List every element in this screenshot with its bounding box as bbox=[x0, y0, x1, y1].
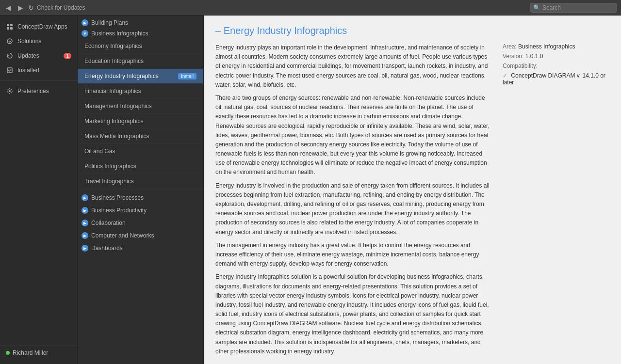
compat-label: Compatibility: bbox=[503, 63, 538, 69]
bullet-computer-networks: ▶ bbox=[82, 232, 88, 239]
cat-business-productivity-label: Business Productivity bbox=[91, 207, 147, 214]
content-body: Energy industry plays an important role … bbox=[215, 43, 609, 360]
sidebar-solutions-label: Solutions bbox=[17, 38, 41, 45]
cat-business-productivity[interactable]: ▶ Business Productivity bbox=[78, 204, 203, 217]
cat-dashboards-label: Dashboards bbox=[91, 245, 123, 252]
category-business-infographics[interactable]: ▼ Business Infographics bbox=[78, 28, 203, 39]
back-button[interactable]: ◀ bbox=[4, 3, 13, 12]
middle-list: ▶ Building Plans ▼ Business Infographics… bbox=[78, 16, 203, 364]
install-badge: Install bbox=[178, 73, 196, 79]
sidebar-item-solutions[interactable]: Solutions bbox=[0, 34, 77, 48]
middle-panel: ▶ Building Plans ▼ Business Infographics… bbox=[78, 16, 204, 364]
cat-business-processes[interactable]: ▶ Business Processes bbox=[78, 191, 203, 204]
bullet-business-processes: ▶ bbox=[82, 194, 88, 201]
apps-icon bbox=[6, 23, 14, 31]
forward-button[interactable]: ▶ bbox=[16, 3, 25, 12]
list-item-economy[interactable]: Economy Infographics bbox=[78, 39, 203, 54]
sidebar: ConceptDraw Apps Solutions Updates 1 Ins… bbox=[0, 16, 78, 364]
compat-value-text: ConceptDraw DIAGRAM v. 14.1.0 or later bbox=[503, 72, 605, 86]
search-input[interactable] bbox=[542, 4, 614, 11]
meta-area: Area: Business Infographics bbox=[503, 43, 609, 50]
list-item-marketing[interactable]: Marketing Infographics bbox=[78, 114, 203, 129]
category-business-infographics-label: Business Infographics bbox=[91, 30, 148, 37]
installed-icon bbox=[6, 66, 14, 74]
user-status-dot bbox=[6, 351, 10, 355]
svg-rect-3 bbox=[10, 27, 13, 30]
area-label: Area: bbox=[503, 43, 517, 50]
content-inner: – Energy Industry Infographics Energy in… bbox=[204, 16, 621, 364]
list-item-travel[interactable]: Travel Infographics bbox=[78, 174, 203, 189]
meta-compat: Compatibility: bbox=[503, 63, 609, 69]
sidebar-preferences-label: Preferences bbox=[17, 88, 49, 95]
paragraph-5: Energy Industry Infographics solution is… bbox=[215, 272, 493, 356]
svg-rect-2 bbox=[7, 27, 9, 30]
list-item-education[interactable]: Education Infographics bbox=[78, 54, 203, 69]
search-box: 🔍 bbox=[530, 3, 617, 13]
version-label: Version: bbox=[503, 53, 523, 60]
topbar: ◀ ▶ ↻ Check for Updates 🔍 bbox=[0, 0, 621, 16]
svg-point-6 bbox=[9, 90, 11, 92]
list-item-energy[interactable]: Energy Industry Infographics Install bbox=[78, 69, 203, 84]
install-button-wrap: Install this solution bbox=[215, 360, 609, 364]
page-title: – Energy Industry Infographics bbox=[215, 25, 609, 36]
list-item-politics[interactable]: Politics Infographics bbox=[78, 159, 203, 174]
sidebar-item-updates[interactable]: Updates 1 bbox=[0, 48, 77, 63]
refresh-icon[interactable]: ↻ bbox=[28, 4, 34, 12]
category-building-plans[interactable]: ▶ Building Plans bbox=[78, 17, 203, 28]
user-name: Richard Miller bbox=[13, 349, 48, 356]
compat-checkmark: ✓ bbox=[503, 72, 507, 79]
category-building-plans-label: Building Plans bbox=[91, 19, 128, 26]
sidebar-separator bbox=[0, 80, 77, 81]
cat-dashboards[interactable]: ▶ Dashboards bbox=[78, 242, 203, 254]
content-main: Energy industry plays an important role … bbox=[215, 43, 493, 360]
version-value-text: 1.0.1.0 bbox=[525, 53, 543, 60]
updates-badge: 1 bbox=[64, 53, 71, 59]
search-icon: 🔍 bbox=[533, 4, 540, 11]
svg-point-4 bbox=[7, 39, 12, 44]
check-updates-link[interactable]: Check for Updates bbox=[37, 4, 85, 11]
bullet-building-plans: ▶ bbox=[82, 19, 88, 26]
svg-rect-0 bbox=[7, 24, 9, 26]
list-item-oil-gas[interactable]: Oil and Gas bbox=[78, 144, 203, 159]
cat-computer-networks-label: Computer and Networks bbox=[91, 232, 154, 239]
solutions-icon bbox=[6, 37, 14, 45]
paragraph-3: Energy industry is involved in the produ… bbox=[215, 181, 493, 237]
user-section: Richard Miller bbox=[0, 345, 77, 360]
bullet-business-productivity: ▶ bbox=[82, 207, 88, 214]
sidebar-apps-label: ConceptDraw Apps bbox=[17, 23, 67, 30]
main-layout: ConceptDraw Apps Solutions Updates 1 Ins… bbox=[0, 16, 621, 364]
paragraph-1: Energy industry plays an important role … bbox=[215, 43, 493, 90]
list-item-management[interactable]: Management Infographics bbox=[78, 99, 203, 114]
meta-compat-value: ✓ ConceptDraw DIAGRAM v. 14.1.0 or later bbox=[503, 72, 609, 86]
updates-icon bbox=[6, 52, 14, 60]
bottom-categories: ▶ Business Processes ▶ Business Producti… bbox=[78, 189, 203, 256]
bullet-dashboards: ▶ bbox=[82, 245, 88, 252]
sidebar-item-preferences[interactable]: Preferences bbox=[0, 84, 77, 98]
list-item-financial[interactable]: Financial Infographics bbox=[78, 84, 203, 99]
cat-collaboration[interactable]: ▶ Collaboration bbox=[78, 217, 203, 229]
cat-business-processes-label: Business Processes bbox=[91, 194, 144, 201]
cat-computer-networks[interactable]: ▶ Computer and Networks bbox=[78, 229, 203, 242]
sidebar-installed-label: Installed bbox=[17, 67, 39, 74]
paragraph-2: There are two groups of energy sources: … bbox=[215, 94, 493, 177]
cat-collaboration-label: Collaboration bbox=[91, 220, 126, 226]
bullet-business-infographics: ▼ bbox=[82, 30, 88, 37]
gear-icon bbox=[6, 87, 14, 95]
svg-rect-1 bbox=[10, 24, 13, 26]
sidebar-item-installed[interactable]: Installed bbox=[0, 63, 77, 78]
sidebar-updates-label: Updates bbox=[17, 52, 39, 59]
area-value-text: Business Infographics bbox=[518, 43, 575, 50]
list-item-mass-media[interactable]: Mass Media Infographics bbox=[78, 129, 203, 144]
content-area: – Energy Industry Infographics Energy in… bbox=[204, 16, 621, 364]
bullet-collaboration: ▶ bbox=[82, 220, 88, 226]
sidebar-item-apps[interactable]: ConceptDraw Apps bbox=[0, 19, 77, 34]
content-meta-sidebar: Area: Business Infographics Version: 1.0… bbox=[503, 43, 609, 360]
meta-version: Version: 1.0.1.0 bbox=[503, 53, 609, 60]
paragraph-4: The management in energy industry has a … bbox=[215, 241, 493, 269]
